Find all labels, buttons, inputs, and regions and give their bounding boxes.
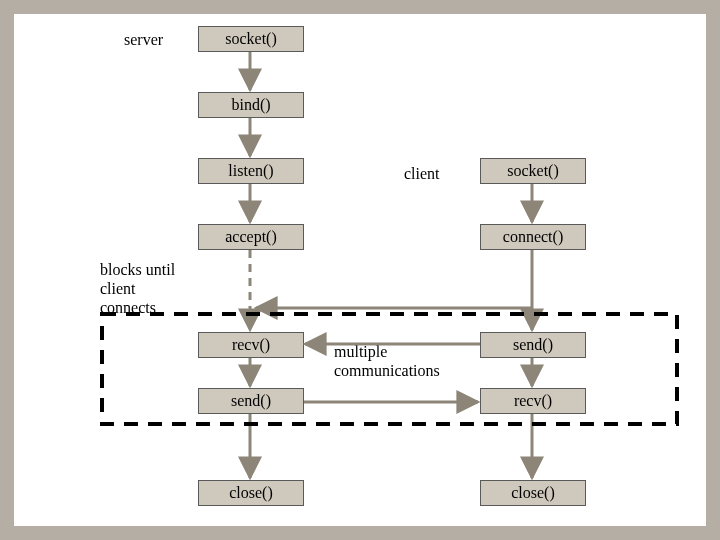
client-connect-node: connect() (480, 224, 586, 250)
server-close-node: close() (198, 480, 304, 506)
server-socket-node: socket() (198, 26, 304, 52)
server-bind-node: bind() (198, 92, 304, 118)
slide-frame: server client blocks until client connec… (0, 0, 720, 540)
client-send-node: send() (480, 332, 586, 358)
server-accept-node: accept() (198, 224, 304, 250)
server-listen-node: listen() (198, 158, 304, 184)
server-send-node: send() (198, 388, 304, 414)
server-label: server (124, 30, 163, 49)
client-recv-node: recv() (480, 388, 586, 414)
client-socket-node: socket() (480, 158, 586, 184)
client-label: client (404, 164, 440, 183)
diagram-canvas: server client blocks until client connec… (14, 14, 706, 526)
client-close-node: close() (480, 480, 586, 506)
server-recv-node: recv() (198, 332, 304, 358)
multi-comm-label: multiple communications (334, 342, 440, 380)
blocks-note: blocks until client connects (100, 260, 175, 318)
